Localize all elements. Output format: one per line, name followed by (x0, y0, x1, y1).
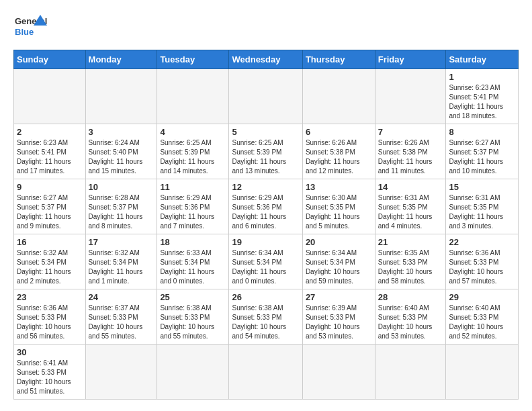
calendar-cell: 18Sunrise: 6:33 AM Sunset: 5:34 PM Dayli… (157, 234, 229, 289)
day-info: Sunrise: 6:29 AM Sunset: 5:36 PM Dayligh… (160, 193, 226, 231)
day-number: 28 (378, 292, 443, 302)
calendar-cell: 4Sunrise: 6:25 AM Sunset: 5:39 PM Daylig… (157, 124, 229, 179)
calendar-cell: 8Sunrise: 6:27 AM Sunset: 5:37 PM Daylig… (446, 124, 519, 179)
calendar-cell: 23Sunrise: 6:36 AM Sunset: 5:33 PM Dayli… (14, 289, 86, 345)
calendar-cell (85, 345, 157, 400)
day-number: 27 (306, 292, 372, 302)
day-info: Sunrise: 6:23 AM Sunset: 5:41 PM Dayligh… (17, 138, 83, 176)
header-saturday: Saturday (446, 50, 519, 69)
day-info: Sunrise: 6:33 AM Sunset: 5:34 PM Dayligh… (160, 248, 226, 286)
calendar-cell (375, 69, 446, 124)
day-number: 8 (449, 127, 515, 137)
day-number: 14 (378, 182, 443, 192)
day-info: Sunrise: 6:32 AM Sunset: 5:34 PM Dayligh… (17, 248, 83, 286)
day-info: Sunrise: 6:41 AM Sunset: 5:33 PM Dayligh… (17, 359, 83, 396)
day-info: Sunrise: 6:31 AM Sunset: 5:35 PM Dayligh… (449, 193, 515, 231)
day-number: 18 (160, 237, 226, 247)
day-info: Sunrise: 6:38 AM Sunset: 5:33 PM Dayligh… (232, 304, 299, 341)
calendar-cell: 12Sunrise: 6:29 AM Sunset: 5:36 PM Dayli… (229, 179, 302, 234)
day-info: Sunrise: 6:24 AM Sunset: 5:40 PM Dayligh… (89, 138, 154, 176)
calendar-cell: 22Sunrise: 6:36 AM Sunset: 5:33 PM Dayli… (446, 234, 519, 289)
day-info: Sunrise: 6:32 AM Sunset: 5:34 PM Dayligh… (89, 248, 154, 286)
day-info: Sunrise: 6:39 AM Sunset: 5:33 PM Dayligh… (306, 304, 372, 341)
day-number: 25 (160, 292, 226, 302)
logo-svg: General Blue (13, 13, 47, 43)
day-number: 12 (232, 182, 299, 192)
calendar-cell: 3Sunrise: 6:24 AM Sunset: 5:40 PM Daylig… (85, 124, 157, 179)
day-number: 6 (306, 127, 372, 137)
day-number: 13 (306, 182, 372, 192)
day-number: 22 (449, 237, 515, 247)
calendar-cell: 11Sunrise: 6:29 AM Sunset: 5:36 PM Dayli… (157, 179, 229, 234)
day-info: Sunrise: 6:23 AM Sunset: 5:41 PM Dayligh… (449, 83, 515, 121)
calendar-cell: 9Sunrise: 6:27 AM Sunset: 5:37 PM Daylig… (14, 179, 86, 234)
day-info: Sunrise: 6:36 AM Sunset: 5:33 PM Dayligh… (17, 304, 83, 341)
day-info: Sunrise: 6:38 AM Sunset: 5:33 PM Dayligh… (160, 304, 226, 341)
svg-text:Blue: Blue (15, 27, 34, 37)
day-number: 24 (89, 292, 154, 302)
calendar-cell: 21Sunrise: 6:35 AM Sunset: 5:33 PM Dayli… (375, 234, 446, 289)
header: General Blue (13, 13, 519, 43)
calendar-cell: 13Sunrise: 6:30 AM Sunset: 5:35 PM Dayli… (302, 179, 375, 234)
header-friday: Friday (375, 50, 446, 69)
day-info: Sunrise: 6:25 AM Sunset: 5:39 PM Dayligh… (232, 138, 299, 176)
calendar-cell: 14Sunrise: 6:31 AM Sunset: 5:35 PM Dayli… (375, 179, 446, 234)
calendar-cell (375, 345, 446, 400)
calendar-cell: 2Sunrise: 6:23 AM Sunset: 5:41 PM Daylig… (14, 124, 86, 179)
calendar-cell: 6Sunrise: 6:26 AM Sunset: 5:38 PM Daylig… (302, 124, 375, 179)
day-number: 17 (89, 237, 154, 247)
calendar-cell: 30Sunrise: 6:41 AM Sunset: 5:33 PM Dayli… (14, 345, 86, 400)
week-row-3: 9Sunrise: 6:27 AM Sunset: 5:37 PM Daylig… (14, 179, 519, 234)
day-info: Sunrise: 6:28 AM Sunset: 5:37 PM Dayligh… (89, 193, 154, 231)
calendar-cell (229, 69, 302, 124)
calendar-cell (302, 69, 375, 124)
day-number: 2 (17, 127, 83, 137)
calendar-cell: 25Sunrise: 6:38 AM Sunset: 5:33 PM Dayli… (157, 289, 229, 345)
calendar-cell: 27Sunrise: 6:39 AM Sunset: 5:33 PM Dayli… (302, 289, 375, 345)
day-number: 5 (232, 127, 299, 137)
calendar-cell: 15Sunrise: 6:31 AM Sunset: 5:35 PM Dayli… (446, 179, 519, 234)
calendar-cell (157, 69, 229, 124)
calendar-cell: 24Sunrise: 6:37 AM Sunset: 5:33 PM Dayli… (85, 289, 157, 345)
day-info: Sunrise: 6:36 AM Sunset: 5:33 PM Dayligh… (449, 248, 515, 286)
header-tuesday: Tuesday (157, 50, 229, 69)
calendar-cell: 7Sunrise: 6:26 AM Sunset: 5:38 PM Daylig… (375, 124, 446, 179)
day-info: Sunrise: 6:40 AM Sunset: 5:33 PM Dayligh… (378, 304, 443, 341)
calendar-cell: 26Sunrise: 6:38 AM Sunset: 5:33 PM Dayli… (229, 289, 302, 345)
day-info: Sunrise: 6:34 AM Sunset: 5:34 PM Dayligh… (232, 248, 299, 286)
day-info: Sunrise: 6:25 AM Sunset: 5:39 PM Dayligh… (160, 138, 226, 176)
day-number: 16 (17, 237, 83, 247)
day-number: 15 (449, 182, 515, 192)
week-row-5: 23Sunrise: 6:36 AM Sunset: 5:33 PM Dayli… (14, 289, 519, 345)
day-number: 29 (449, 292, 515, 302)
calendar-cell: 1Sunrise: 6:23 AM Sunset: 5:41 PM Daylig… (446, 69, 519, 124)
calendar-cell (446, 345, 519, 400)
day-number: 4 (160, 127, 226, 137)
calendar-header-row: SundayMondayTuesdayWednesdayThursdayFrid… (14, 50, 519, 69)
calendar-cell (85, 69, 157, 124)
calendar-cell (302, 345, 375, 400)
day-info: Sunrise: 6:27 AM Sunset: 5:37 PM Dayligh… (17, 193, 83, 231)
week-row-4: 16Sunrise: 6:32 AM Sunset: 5:34 PM Dayli… (14, 234, 519, 289)
day-number: 21 (378, 237, 443, 247)
day-number: 19 (232, 237, 299, 247)
week-row-2: 2Sunrise: 6:23 AM Sunset: 5:41 PM Daylig… (14, 124, 519, 179)
day-info: Sunrise: 6:30 AM Sunset: 5:35 PM Dayligh… (306, 193, 372, 231)
calendar-cell (14, 69, 86, 124)
logo: General Blue (13, 13, 47, 43)
calendar-cell: 17Sunrise: 6:32 AM Sunset: 5:34 PM Dayli… (85, 234, 157, 289)
calendar-cell: 16Sunrise: 6:32 AM Sunset: 5:34 PM Dayli… (14, 234, 86, 289)
day-number: 11 (160, 182, 226, 192)
day-number: 30 (17, 347, 83, 357)
day-number: 7 (378, 127, 443, 137)
calendar-cell (229, 345, 302, 400)
calendar-cell: 28Sunrise: 6:40 AM Sunset: 5:33 PM Dayli… (375, 289, 446, 345)
day-info: Sunrise: 6:35 AM Sunset: 5:33 PM Dayligh… (378, 248, 443, 286)
day-number: 1 (449, 72, 515, 82)
header-thursday: Thursday (302, 50, 375, 69)
calendar-cell: 20Sunrise: 6:34 AM Sunset: 5:34 PM Dayli… (302, 234, 375, 289)
day-info: Sunrise: 6:40 AM Sunset: 5:33 PM Dayligh… (449, 304, 515, 341)
day-number: 26 (232, 292, 299, 302)
day-info: Sunrise: 6:26 AM Sunset: 5:38 PM Dayligh… (306, 138, 372, 176)
calendar-table: SundayMondayTuesdayWednesdayThursdayFrid… (13, 50, 519, 400)
